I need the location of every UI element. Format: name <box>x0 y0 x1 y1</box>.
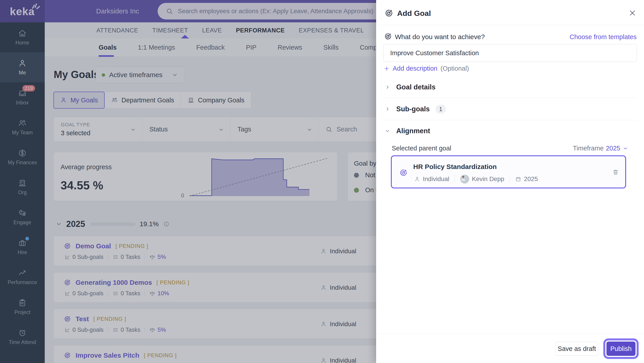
sidebar-item-org[interactable]: Org <box>0 172 45 202</box>
time-icon <box>18 328 27 337</box>
goal-target-icon <box>384 8 394 18</box>
tab-my-goals[interactable]: My Goals <box>54 92 105 109</box>
chevron-right-icon <box>384 106 390 112</box>
nav-tab-timesheet[interactable]: TIMESHEET <box>152 27 188 34</box>
nav-tab-performance[interactable]: PERFORMANCE <box>236 27 285 34</box>
person-icon <box>18 59 27 68</box>
save-as-draft-button[interactable]: Save as draft <box>555 342 598 356</box>
sidebar-item-hire[interactable]: Hire <box>0 232 45 262</box>
tags-filter[interactable]: Tags <box>230 117 319 141</box>
goal-title[interactable]: Improve Sales Pitch <box>76 352 139 359</box>
legend-dot-icon <box>354 188 359 193</box>
weight-icon <box>149 254 155 260</box>
timeframe-progress-bar <box>90 222 136 226</box>
sidebar-item-time-attend[interactable]: Time Attend <box>0 322 45 352</box>
sidebar-item-engage[interactable]: Engage <box>0 202 45 232</box>
notification-dot <box>25 237 29 241</box>
timeframe-filter-dropdown[interactable]: Active timeframes <box>96 67 184 83</box>
info-icon[interactable] <box>163 221 170 227</box>
goal-name-input[interactable] <box>383 44 637 62</box>
chevron-down-icon <box>384 128 390 134</box>
timeframe-group-row[interactable]: 2025 19.1% <box>56 218 170 230</box>
goal-target-icon <box>64 242 71 250</box>
goal-owner-type: Individual <box>320 273 356 303</box>
tab-department-goals[interactable]: Department Goals <box>105 92 181 109</box>
person-icon <box>320 321 327 327</box>
chevron-down-icon <box>218 126 224 133</box>
nav-tab-attendance[interactable]: ATTENDANCE <box>96 27 138 34</box>
goal-row-demo-goal[interactable]: Demo Goal [ PENDING ] 0 Sub-goals 0 Task… <box>54 236 425 266</box>
company-name: Darksiders Inc <box>96 0 139 22</box>
trash-icon[interactable] <box>612 169 619 175</box>
average-progress-card: Average progress 34.55 % 0 <box>54 152 338 201</box>
people-icon <box>111 97 118 103</box>
sidebar-item-my-team[interactable]: My Team <box>0 112 45 142</box>
goal-status-badge: [ PENDING ] <box>156 279 190 286</box>
project-icon <box>18 298 27 307</box>
goal-status-badge: [ PENDING ] <box>144 352 177 359</box>
add-description-button[interactable]: Add description (Optional) <box>384 65 469 72</box>
hire-icon <box>18 239 27 247</box>
parent-goal-year: 2025 <box>524 175 538 183</box>
home-icon <box>18 29 27 38</box>
sidebar-item-performance[interactable]: Performance <box>0 262 45 292</box>
chevron-right-icon <box>384 84 390 90</box>
section-goal-details[interactable]: Goal details <box>384 83 436 91</box>
weight-icon <box>149 327 155 333</box>
chevron-down-icon <box>130 126 136 133</box>
divider <box>383 120 637 120</box>
timeframe-progress-value: 19.1% <box>140 220 159 228</box>
choose-templates-link[interactable]: Choose from templates <box>570 33 636 41</box>
nav-tab-expenses-travel[interactable]: EXPENSES & TRAVEL <box>299 27 364 34</box>
goal-scope-tabs: My Goals Department Goals Company Goals <box>54 92 251 109</box>
calendar-icon <box>515 176 521 182</box>
person-icon <box>320 358 327 363</box>
sidebar-item-my-finances[interactable]: My Finances <box>0 142 45 172</box>
keka-logo[interactable]: keka <box>0 0 45 22</box>
goal-meta: 0 Sub-goals 0 Tasks 5% <box>64 326 166 333</box>
subnav-tab-reviews[interactable]: Reviews <box>278 38 302 57</box>
goal-title[interactable]: Demo Goal <box>76 242 111 250</box>
subnav-tab-skills[interactable]: Skills <box>323 38 338 57</box>
subnav-tab-pip[interactable]: PIP <box>246 38 256 57</box>
sidebar-item-home[interactable]: Home <box>0 22 45 52</box>
subgoals-icon <box>64 291 70 296</box>
nav-tab-leave[interactable]: LEAVE <box>202 27 222 34</box>
subnav-tab-1-1-meetings[interactable]: 1:1 Meetings <box>138 38 175 57</box>
divider <box>383 98 637 98</box>
section-sub-goals[interactable]: Sub-goals 1 <box>384 105 446 114</box>
timeframe-picker[interactable]: Timeframe 2025 <box>573 145 628 152</box>
goal-list: Demo Goal [ PENDING ] 0 Sub-goals 0 Task… <box>54 236 425 363</box>
performance-icon <box>18 269 27 277</box>
goal-title[interactable]: Test <box>76 315 89 323</box>
goal-target-icon <box>384 32 392 41</box>
subnav-tab-feedback[interactable]: Feedback <box>196 38 225 57</box>
goal-row-improve-sales-pitch[interactable]: Improve Sales Pitch [ PENDING ] 0 Sub-go… <box>54 345 425 363</box>
publish-button[interactable]: Publish <box>606 342 636 356</box>
goal-row-test[interactable]: Test [ PENDING ] 0 Sub-goals 0 Tasks 5% … <box>54 309 425 339</box>
page-title: My Goals <box>54 68 100 80</box>
section-alignment[interactable]: Alignment <box>384 127 430 135</box>
tab-company-goals[interactable]: Company Goals <box>181 92 251 109</box>
sidebar-item-me[interactable]: Me <box>0 52 45 82</box>
subnav-tab-goals[interactable]: Goals <box>98 38 117 57</box>
close-icon[interactable] <box>628 9 636 17</box>
sidebar-item-inbox[interactable]: 219 Inbox <box>0 82 45 112</box>
goal-status-badge: [ PENDING ] <box>116 243 148 249</box>
goal-row-generating-1000-demos[interactable]: Generating 1000 Demos [ PENDING ] 0 Sub-… <box>54 272 425 303</box>
goal-question-label: What do you want to achieve? <box>395 33 485 41</box>
status-filter[interactable]: Status <box>142 117 230 141</box>
global-search-input[interactable] <box>177 7 401 15</box>
goal-type-filter[interactable]: GOAL TYPE 3 selected <box>54 117 142 141</box>
active-dot-icon <box>102 73 105 77</box>
goal-owner-type: Individual <box>320 345 356 363</box>
parent-goal-card[interactable]: HR Policy Standardization Individual Kev… <box>391 155 626 188</box>
plus-icon <box>384 66 390 71</box>
sidebar-item-project[interactable]: Project <box>0 292 45 322</box>
tasks-icon <box>113 254 118 260</box>
parent-goal-meta: Individual Kevin Depp 2025 <box>414 175 538 184</box>
goal-title[interactable]: Generating 1000 Demos <box>76 279 152 286</box>
goal-meta: 0 Sub-goals 0 Tasks 5% <box>64 254 166 260</box>
goal-status-badge: [ PENDING ] <box>93 316 126 322</box>
average-progress-value: 34.55 % <box>60 179 103 192</box>
